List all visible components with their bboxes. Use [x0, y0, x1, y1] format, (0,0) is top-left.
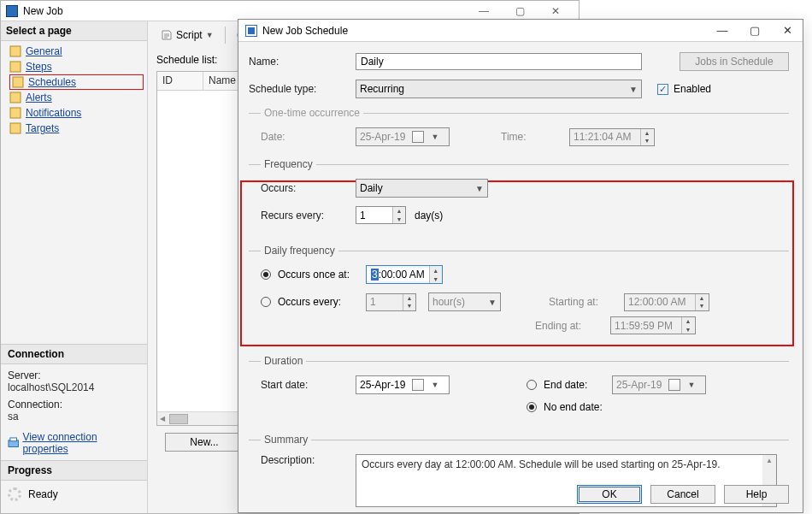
script-icon: [161, 29, 173, 41]
onetime-time-label: Time:: [501, 131, 569, 143]
page-item-notifications[interactable]: Notifications: [9, 105, 144, 121]
occurs-every-unit: hour(s): [432, 296, 465, 308]
progress-block: Progress Ready: [1, 460, 147, 513]
frequency-group-label: Frequency: [261, 158, 316, 170]
chevron-down-icon: ▼: [488, 298, 497, 307]
spin-down-icon[interactable]: ▼: [430, 275, 442, 283]
onetime-date-picker: 25-Apr-19 ▼: [356, 127, 450, 146]
onetime-date-value: 25-Apr-19: [360, 131, 405, 143]
occurs-value: Daily: [360, 182, 383, 194]
occurs-once-radio[interactable]: [261, 269, 271, 280]
recurs-unit: day(s): [415, 210, 443, 222]
scroll-thumb[interactable]: [169, 414, 188, 424]
dialog-titlebar: New Job Schedule — ▢ ✕: [238, 20, 803, 42]
duration-group: Duration Start date: 25-Apr-19 ▼ End dat…: [249, 355, 789, 423]
connection-value: sa: [8, 411, 140, 422]
connection-header: Connection: [1, 345, 147, 364]
onetime-time-spinner: ▲▼: [569, 128, 655, 146]
new-job-schedule-dialog: New Job Schedule — ▢ ✕ Name: Jobs in Sch…: [238, 19, 803, 513]
page-icon: [9, 92, 21, 103]
page-icon: [9, 61, 21, 73]
page-item-label: General: [26, 45, 62, 57]
chevron-down-icon: ▼: [475, 184, 484, 193]
chevron-down-icon: ▼: [206, 31, 214, 39]
spin-down-icon: ▼: [403, 302, 415, 310]
recurs-value[interactable]: [356, 207, 392, 223]
end-date-value: 25-Apr-19: [616, 379, 662, 391]
occurs-every-count-spinner: ▲▼: [366, 293, 416, 311]
spin-up-icon: ▲: [403, 294, 415, 303]
page-item-targets[interactable]: Targets: [9, 121, 144, 136]
help-button[interactable]: Help: [724, 485, 789, 504]
maximize-button[interactable]: ▢: [502, 2, 538, 21]
dialog-title: New Job Schedule: [262, 25, 348, 37]
occurs-once-time-spinner[interactable]: 3:00:00 AM ▲▼: [366, 265, 443, 284]
page-item-label: Targets: [26, 122, 59, 134]
recurs-label: Recurs every:: [261, 210, 356, 222]
spin-up-icon[interactable]: ▲: [393, 207, 405, 216]
daily-frequency-group-label: Daily frequency: [261, 245, 338, 257]
scroll-up-icon[interactable]: ▲: [766, 457, 773, 464]
schedule-type-value: Recurring: [360, 83, 404, 95]
occurs-every-count: [367, 294, 403, 310]
ending-at-spinner: ▲▼: [610, 316, 696, 334]
page-item-label: Steps: [26, 61, 52, 73]
ending-at-value: [611, 317, 681, 334]
end-date-radio[interactable]: [527, 380, 537, 390]
spin-down-icon: ▼: [641, 137, 653, 145]
spin-down-icon: ▼: [682, 326, 694, 334]
select-page-header: Select a page: [1, 21, 147, 41]
grid-column-id[interactable]: ID: [157, 72, 203, 90]
page-item-label: Notifications: [26, 107, 81, 119]
chevron-down-icon: ▼: [431, 133, 438, 141]
starting-at-value: [625, 294, 695, 310]
page-item-schedules[interactable]: Schedules: [9, 74, 144, 90]
view-connection-properties-link[interactable]: View connection properties: [8, 431, 140, 455]
dialog-close-button[interactable]: ✕: [779, 24, 796, 37]
ending-at-label: Ending at:: [535, 320, 603, 332]
spin-up-icon[interactable]: ▲: [430, 266, 442, 275]
enabled-checkbox[interactable]: ✓ Enabled: [657, 83, 711, 95]
start-date-value: 25-Apr-19: [360, 379, 405, 391]
script-label: Script: [176, 29, 203, 41]
spin-up-icon: ▲: [641, 129, 653, 138]
svg-rect-4: [10, 108, 21, 118]
starting-at-spinner: ▲▼: [624, 293, 709, 311]
dialog-icon: [245, 25, 257, 37]
server-label: Server:: [8, 369, 140, 381]
frequency-group: Frequency Occurs: Daily ▼ Recurs every: …: [249, 158, 789, 234]
schedule-type-select[interactable]: Recurring ▼: [356, 80, 642, 98]
svg-rect-1: [10, 62, 21, 72]
dialog-minimize-button[interactable]: —: [714, 24, 731, 37]
page-item-general[interactable]: General: [9, 44, 144, 59]
cancel-button[interactable]: Cancel: [650, 485, 715, 504]
page-item-alerts[interactable]: Alerts: [9, 90, 144, 105]
name-input[interactable]: [356, 53, 642, 70]
recurs-spinner[interactable]: ▲▼: [356, 206, 406, 224]
start-date-picker[interactable]: 25-Apr-19 ▼: [356, 375, 450, 394]
occurs-select[interactable]: Daily ▼: [356, 179, 488, 198]
minimize-button[interactable]: —: [466, 2, 502, 21]
scroll-left-icon[interactable]: ◀: [157, 415, 168, 422]
connection-label: Connection:: [8, 399, 140, 411]
calendar-icon: [412, 379, 424, 391]
close-button[interactable]: ✕: [538, 2, 574, 21]
occurs-once-time-rest: :00:00 AM: [379, 269, 425, 281]
ok-button[interactable]: OK: [577, 485, 642, 504]
no-end-date-radio[interactable]: [527, 402, 537, 412]
toolbar-separator: [225, 27, 226, 44]
end-date-label: End date:: [544, 379, 612, 391]
new-schedule-button[interactable]: New...: [165, 433, 244, 452]
view-connection-properties-label: View connection properties: [22, 431, 140, 455]
checkbox-icon: ✓: [657, 84, 668, 95]
jobs-in-schedule-button: Jobs in Schedule: [680, 52, 789, 71]
occurs-every-radio[interactable]: [261, 297, 271, 307]
occurs-once-label: Occurs once at:: [278, 269, 359, 281]
page-item-label: Schedules: [28, 76, 76, 88]
dialog-maximize-button[interactable]: ▢: [746, 24, 763, 37]
script-button[interactable]: Script ▼: [156, 27, 218, 44]
start-date-label: Start date:: [261, 379, 356, 391]
spin-down-icon[interactable]: ▼: [393, 216, 405, 224]
page-item-steps[interactable]: Steps: [9, 59, 144, 74]
occurs-every-unit-select: hour(s) ▼: [428, 292, 501, 311]
